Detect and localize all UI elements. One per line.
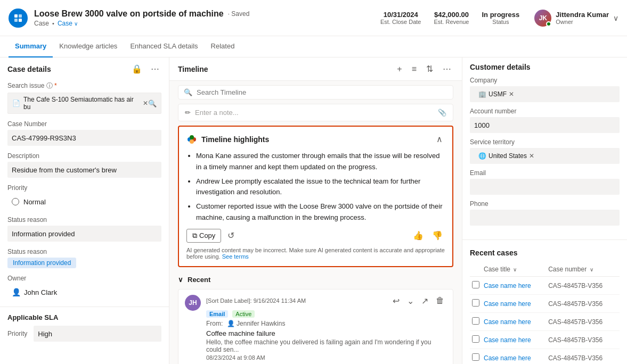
description-group: Description Residue from the customer's … bbox=[0, 149, 169, 181]
recent-header[interactable]: ∨ Recent bbox=[178, 276, 453, 284]
collapse-highlights-button[interactable]: ∧ bbox=[434, 133, 445, 145]
email-label: Email bbox=[470, 169, 620, 177]
timeline-actions: + ≡ ⇅ ⋯ bbox=[395, 63, 453, 75]
case-title-cell: Case name here bbox=[482, 331, 546, 349]
table-row: Case name here CAS-48457B-V356 bbox=[470, 331, 620, 349]
case-title-link[interactable]: Case name here bbox=[484, 354, 531, 362]
remove-company-button[interactable]: ✕ bbox=[509, 90, 514, 98]
breadcrumb-case2[interactable]: Case ∨ bbox=[58, 20, 78, 27]
online-indicator bbox=[546, 21, 551, 27]
email-badge: Email bbox=[206, 310, 228, 318]
revenue-value: $42,000.00 bbox=[434, 11, 469, 19]
search-issue-value: The Cafe S-100 Semiautomatic has air bu bbox=[23, 96, 140, 111]
reply-button[interactable]: ↩ bbox=[390, 295, 402, 307]
sender-name: Jennifer Hawkins bbox=[237, 320, 285, 327]
recent-label: Recent bbox=[188, 276, 210, 284]
tab-summary[interactable]: Summary bbox=[9, 36, 53, 57]
see-terms-link[interactable]: See terms bbox=[222, 253, 249, 260]
revenue-label: Est. Revenue bbox=[434, 19, 469, 25]
collapse-recent-icon: ∨ bbox=[178, 276, 183, 284]
right-panel: Customer details Company 🏢 USMF ✕ Accoun… bbox=[462, 57, 627, 364]
svg-rect-2 bbox=[14, 19, 18, 22]
right-divider bbox=[462, 239, 627, 240]
copy-icon: ⧉ bbox=[192, 231, 197, 240]
sla-section: Applicable SLA Priority High bbox=[0, 310, 169, 347]
highlights-title: Timeline highlights bbox=[186, 134, 269, 145]
priority-label: Priority bbox=[7, 184, 161, 192]
saved-badge: · Saved bbox=[228, 10, 250, 18]
priority-radio[interactable] bbox=[12, 198, 19, 205]
thumbdown-button[interactable]: 👎 bbox=[430, 229, 445, 242]
case-title-cell: Case name here bbox=[482, 277, 546, 295]
clear-search-icon[interactable]: ✕ bbox=[143, 100, 148, 107]
service-territory-field: Service territory 🌐 United States ✕ bbox=[470, 138, 620, 164]
case-title-link[interactable]: Case name here bbox=[484, 300, 531, 308]
case-title-link[interactable]: Case name here bbox=[484, 282, 531, 289]
search-timeline-input[interactable] bbox=[197, 88, 447, 96]
case-number-cell: CAS-48457B-V356 bbox=[546, 313, 620, 331]
row-checkbox[interactable] bbox=[470, 313, 482, 331]
account-number-field: Account number 1000 bbox=[470, 107, 620, 133]
search-issue-group: Search issue ⓘ * 📄 The Cafe S-100 Semiau… bbox=[0, 78, 169, 117]
status-meta: In progress Status bbox=[482, 11, 520, 25]
company-label: Company bbox=[470, 77, 620, 84]
territory-chip: 🌐 United States ✕ bbox=[474, 151, 539, 161]
filter-timeline-button[interactable]: ≡ bbox=[410, 63, 419, 75]
sort-title-icon[interactable]: ∨ bbox=[513, 267, 517, 272]
sort-timeline-button[interactable]: ⇅ bbox=[424, 63, 435, 75]
chevron-down-icon[interactable]: ∨ bbox=[613, 14, 618, 22]
phone-label: Phone bbox=[470, 200, 620, 208]
highlight-item: Mona Kane assured the customer through e… bbox=[196, 151, 445, 173]
case-details-header: Case details 🔒 ⋯ bbox=[0, 57, 169, 78]
refresh-button[interactable]: ↺ bbox=[225, 229, 237, 242]
breadcrumb-case1[interactable]: Case bbox=[34, 20, 49, 27]
search-issue-label: Search issue ⓘ * bbox=[7, 81, 161, 90]
tab-related[interactable]: Related bbox=[205, 36, 241, 57]
row-checkbox[interactable] bbox=[470, 331, 482, 349]
share-button[interactable]: ↗ bbox=[419, 295, 430, 307]
sla-priority-label: Priority bbox=[7, 330, 27, 337]
case-title-link[interactable]: Case name here bbox=[484, 336, 531, 344]
status-value: In progress bbox=[482, 11, 520, 19]
more-timeline-button[interactable]: ⋯ bbox=[441, 63, 453, 75]
col-checkbox-header bbox=[470, 262, 482, 277]
thumbup-button[interactable]: 👍 bbox=[411, 229, 426, 242]
service-territory-label: Service territory bbox=[470, 138, 620, 146]
more-icon[interactable]: ⋯ bbox=[149, 63, 161, 75]
sort-number-icon[interactable]: ∨ bbox=[590, 267, 593, 272]
tab-sla[interactable]: Enhanced SLA details bbox=[124, 36, 204, 57]
attach-icon[interactable]: 📎 bbox=[438, 109, 446, 117]
table-row: Case name here CAS-48457B-V356 bbox=[470, 313, 620, 331]
copy-button[interactable]: ⧉ Copy bbox=[186, 229, 221, 243]
add-timeline-button[interactable]: + bbox=[395, 63, 404, 75]
tab-knowledge[interactable]: Knowledge articles bbox=[53, 36, 124, 57]
panel-actions: 🔒 ⋯ bbox=[129, 63, 161, 75]
note-input-area[interactable]: ✏ Enter a note... 📎 bbox=[178, 104, 453, 121]
table-row: Case name here CAS-48457B-V356 bbox=[470, 295, 620, 313]
description-value: Residue from the customer's brew bbox=[7, 162, 161, 178]
description-label: Description bbox=[7, 152, 161, 160]
recent-email-item: JH [Sort Date Label]: 9/16/2024 11:34 AM… bbox=[178, 289, 453, 364]
case-number-cell: CAS-48457B-V356 bbox=[546, 295, 620, 313]
row-checkbox[interactable] bbox=[470, 295, 482, 313]
timeline-title: Timeline bbox=[178, 65, 208, 73]
row-checkbox[interactable] bbox=[470, 277, 482, 295]
expand-button[interactable]: ⌄ bbox=[405, 295, 416, 307]
col-number-header: Case number ∨ bbox=[546, 262, 620, 277]
row-checkbox[interactable] bbox=[470, 349, 482, 365]
search-issue-field[interactable]: 📄 The Cafe S-100 Semiautomatic has air b… bbox=[7, 93, 161, 114]
search-icon[interactable]: 🔍 bbox=[148, 100, 157, 107]
lock-icon[interactable]: 🔒 bbox=[129, 63, 144, 75]
close-date-value: 10/31/2024 bbox=[380, 11, 421, 19]
owner-value: 👤 John Clark bbox=[7, 284, 161, 300]
delete-button[interactable]: 🗑 bbox=[434, 295, 446, 307]
remove-territory-button[interactable]: ✕ bbox=[529, 152, 534, 160]
sender-avatar: JH bbox=[185, 295, 201, 311]
divider bbox=[0, 307, 169, 307]
case-title-cell: Case name here bbox=[482, 349, 546, 365]
owner-name: Jittendra Kumar bbox=[556, 11, 609, 19]
case-title-link[interactable]: Case name here bbox=[484, 318, 531, 326]
priority-value: Normal bbox=[7, 194, 161, 210]
table-row: Case name here CAS-48457B-V356 bbox=[470, 277, 620, 295]
user-menu[interactable]: JK Jittendra Kumar Owner ∨ bbox=[534, 10, 618, 27]
